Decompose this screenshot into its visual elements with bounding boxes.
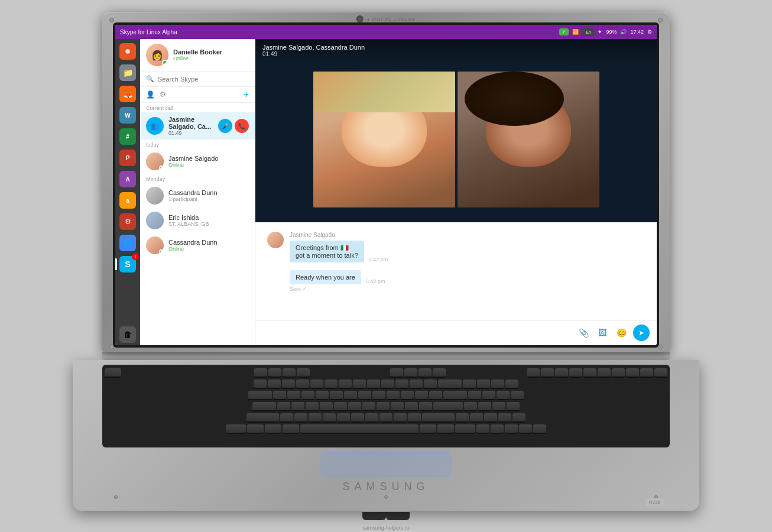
key-o[interactable] [387, 391, 400, 400]
key-semi[interactable] [405, 402, 418, 411]
end-call-button[interactable]: 📞 [235, 119, 249, 133]
add-media-button[interactable]: 📎 [576, 326, 591, 340]
key-num4[interactable] [464, 402, 477, 411]
dock-settings-app[interactable]: ⚙ [118, 212, 138, 232]
tray-settings[interactable]: ⚙ [647, 29, 652, 35]
key-down[interactable] [491, 424, 504, 434]
key-nummul[interactable] [491, 379, 504, 389]
key-rshift[interactable] [422, 413, 455, 423]
key-ins[interactable] [598, 368, 611, 378]
key-numdot[interactable] [533, 424, 546, 434]
key-comma[interactable] [379, 413, 393, 423]
key-8[interactable] [367, 379, 380, 389]
key-y[interactable] [344, 391, 357, 400]
key-fn-l[interactable] [247, 424, 264, 434]
key-f1[interactable] [254, 368, 267, 378]
key-num5[interactable] [478, 402, 491, 411]
key-enter[interactable] [433, 402, 463, 411]
key-z[interactable] [280, 413, 293, 423]
key-num8[interactable] [482, 391, 495, 400]
send-button[interactable]: ➤ [633, 325, 650, 341]
key-9[interactable] [381, 379, 394, 389]
key-f6[interactable] [404, 368, 417, 378]
key-g[interactable] [334, 402, 347, 411]
key-backspace[interactable] [438, 379, 462, 389]
key-numplus[interactable] [511, 391, 524, 400]
key-menu[interactable] [437, 424, 454, 434]
key-b[interactable] [337, 413, 350, 423]
key-5[interactable] [325, 379, 338, 389]
key-s[interactable] [291, 402, 304, 411]
key-num9[interactable] [497, 391, 510, 400]
key-f3[interactable] [283, 368, 296, 378]
dock-firefox[interactable]: 🦊 [118, 84, 138, 104]
dock-files[interactable]: 📁 [118, 63, 138, 83]
contact-jasmine-today[interactable]: Jasmine Salgado Online [140, 149, 255, 174]
key-period[interactable] [394, 413, 407, 423]
key-f[interactable] [320, 402, 333, 411]
key-up[interactable] [456, 413, 469, 423]
key-ctrl-l[interactable] [226, 424, 246, 434]
key-caps[interactable] [252, 402, 276, 411]
dock-skype[interactable]: S 1 [118, 254, 138, 274]
key-3[interactable] [296, 379, 309, 389]
dock-calc[interactable]: # [118, 126, 138, 147]
key-lbracket[interactable] [415, 391, 428, 400]
key-2[interactable] [282, 379, 295, 389]
dock-trash[interactable]: 🗑 [118, 323, 138, 343]
key-lshift[interactable] [246, 413, 279, 423]
key-alt[interactable] [283, 424, 299, 434]
key-tilde[interactable] [254, 379, 267, 389]
key-numenter2[interactable] [512, 413, 526, 423]
key-i[interactable] [372, 391, 385, 400]
key-quote[interactable] [419, 402, 432, 411]
key-a[interactable] [277, 402, 290, 411]
key-numenter[interactable] [507, 402, 520, 411]
key-num1[interactable] [470, 413, 483, 423]
contact-cassandra[interactable]: Cassandra Dunn 1 participant [140, 183, 255, 208]
key-f11[interactable] [555, 368, 568, 378]
key-win[interactable] [265, 424, 281, 434]
key-minus[interactable] [410, 379, 423, 389]
key-pgdn[interactable] [654, 368, 667, 378]
key-end[interactable] [626, 368, 639, 378]
key-7[interactable] [353, 379, 366, 389]
key-d[interactable] [306, 402, 319, 411]
key-4[interactable] [310, 379, 323, 389]
key-f5[interactable] [390, 368, 403, 378]
dock-chrome[interactable]: 🌐 [118, 233, 138, 253]
key-home[interactable] [612, 368, 625, 378]
key-0[interactable] [395, 379, 408, 389]
key-j[interactable] [362, 402, 375, 411]
search-input[interactable] [158, 76, 249, 83]
message-input[interactable] [262, 329, 570, 336]
key-left[interactable] [476, 424, 489, 434]
key-6[interactable] [339, 379, 352, 389]
key-numlock[interactable] [463, 379, 476, 389]
key-backslash[interactable] [443, 391, 467, 400]
key-space[interactable] [300, 424, 419, 434]
current-call-item[interactable]: 👥 Jasmine Salgado, Ca... 01:49 🎤 📞 [140, 112, 255, 140]
key-right[interactable] [505, 424, 518, 434]
key-pgup[interactable] [640, 368, 653, 378]
key-p[interactable] [401, 391, 414, 400]
emoji-button[interactable]: 😊 [614, 326, 628, 340]
key-num7[interactable] [468, 391, 481, 400]
dock-amazon[interactable]: a [118, 190, 138, 210]
key-esc[interactable] [105, 368, 121, 378]
key-t[interactable] [330, 391, 343, 400]
key-f12[interactable] [569, 368, 582, 378]
key-x[interactable] [294, 413, 307, 423]
key-m[interactable] [365, 413, 378, 423]
key-1[interactable] [268, 379, 281, 389]
key-e[interactable] [301, 391, 314, 400]
add-contact-button[interactable]: + [244, 89, 249, 100]
key-ctrl-r[interactable] [455, 424, 475, 434]
key-f7[interactable] [419, 368, 432, 378]
key-f8[interactable] [433, 368, 446, 378]
dock-text[interactable]: A [118, 169, 138, 189]
contacts-icon[interactable]: 👤 [146, 90, 155, 99]
key-numdiv[interactable] [477, 379, 490, 389]
key-q[interactable] [273, 391, 286, 400]
key-numminus[interactable] [505, 379, 518, 389]
